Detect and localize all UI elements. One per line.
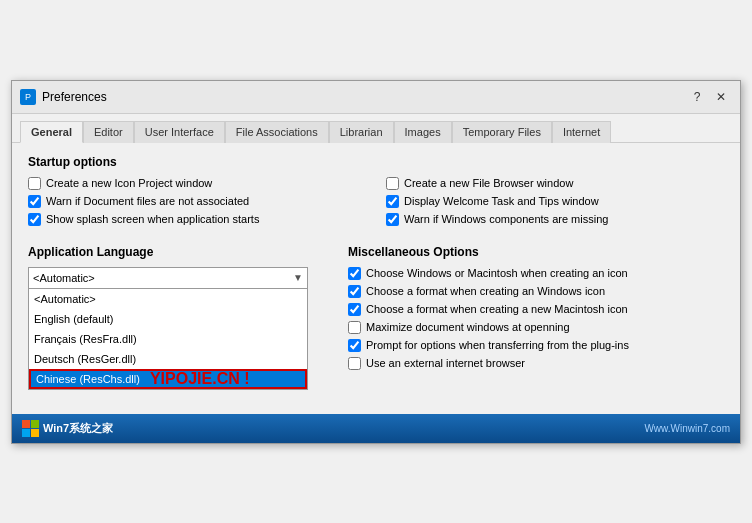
close-button[interactable]: ✕	[710, 87, 732, 107]
misc-col: Miscellaneous Options Choose Windows or …	[348, 245, 724, 375]
new-file-browser-label: Create a new File Browser window	[404, 177, 573, 189]
window-title: Preferences	[42, 90, 107, 104]
choose-format-mac-label: Choose a format when creating a new Maci…	[366, 303, 628, 315]
bottom-url: Www.Winwin7.com	[644, 423, 730, 434]
warn-windows-components-checkbox[interactable]	[386, 213, 399, 226]
new-file-browser-checkbox[interactable]	[386, 177, 399, 190]
prompt-options-label: Prompt for options when transferring fro…	[366, 339, 629, 351]
startup-right-option-2: Warn if Windows components are missing	[386, 213, 724, 226]
show-splash-label: Show splash screen when application star…	[46, 213, 259, 225]
tab-temporary-files[interactable]: Temporary Files	[452, 121, 552, 143]
tabs-bar: General Editor User Interface File Assoc…	[12, 114, 740, 143]
show-splash-checkbox[interactable]	[28, 213, 41, 226]
choose-win-mac-checkbox[interactable]	[348, 267, 361, 280]
external-browser-label: Use an external internet browser	[366, 357, 525, 369]
tab-file-associations[interactable]: File Associations	[225, 121, 329, 143]
misc-option-2: Choose a format when creating a new Maci…	[348, 303, 724, 316]
choose-win-mac-label: Choose Windows or Macintosh when creatin…	[366, 267, 628, 279]
tab-general[interactable]: General	[20, 121, 83, 143]
startup-option-2: Show splash screen when application star…	[28, 213, 366, 226]
new-icon-project-label: Create a new Icon Project window	[46, 177, 212, 189]
language-dropdown-list: <Automatic> English (default) Français (…	[28, 289, 308, 390]
tab-editor[interactable]: Editor	[83, 121, 134, 143]
startup-left-col: Create a new Icon Project window Warn if…	[28, 177, 366, 231]
language-selected-value: <Automatic>	[33, 272, 95, 284]
misc-option-0: Choose Windows or Macintosh when creatin…	[348, 267, 724, 280]
watermark-text: YIPOJIE.CN !	[150, 370, 250, 388]
app-icon: P	[20, 89, 36, 105]
win-cell-green	[31, 420, 39, 428]
new-icon-project-checkbox[interactable]	[28, 177, 41, 190]
language-dropdown-container: <Automatic> ▼ <Automatic> English (defau…	[28, 267, 328, 390]
misc-option-4: Prompt for options when transferring fro…	[348, 339, 724, 352]
tab-images[interactable]: Images	[394, 121, 452, 143]
misc-option-1: Choose a format when creating an Windows…	[348, 285, 724, 298]
warn-doc-files-label: Warn if Document files are not associate…	[46, 195, 249, 207]
win-cell-yellow	[31, 429, 39, 437]
lang-option-3[interactable]: Deutsch (ResGer.dll)	[29, 349, 307, 369]
startup-title: Startup options	[28, 155, 724, 169]
help-button[interactable]: ?	[686, 87, 708, 107]
misc-title: Miscellaneous Options	[348, 245, 724, 259]
language-dropdown[interactable]: <Automatic> ▼	[28, 267, 308, 289]
startup-option-0: Create a new Icon Project window	[28, 177, 366, 190]
maximize-doc-checkbox[interactable]	[348, 321, 361, 334]
choose-format-win-label: Choose a format when creating an Windows…	[366, 285, 605, 297]
title-bar-buttons: ? ✕	[686, 87, 732, 107]
choose-format-win-checkbox[interactable]	[348, 285, 361, 298]
language-col: Application Language <Automatic> ▼ <Auto…	[28, 245, 328, 394]
maximize-doc-label: Maximize document windows at openning	[366, 321, 570, 333]
prompt-options-checkbox[interactable]	[348, 339, 361, 352]
startup-right-col: Create a new File Browser window Display…	[386, 177, 724, 231]
win-cell-blue	[22, 429, 30, 437]
tab-user-interface[interactable]: User Interface	[134, 121, 225, 143]
lang-option-1[interactable]: English (default)	[29, 309, 307, 329]
warn-windows-components-label: Warn if Windows components are missing	[404, 213, 608, 225]
site-label: Win7系统之家	[43, 421, 113, 436]
startup-options: Create a new Icon Project window Warn if…	[28, 177, 724, 231]
win-cell-red	[22, 420, 30, 428]
startup-right-option-1: Display Welcome Task and Tips window	[386, 195, 724, 208]
startup-section: Startup options Create a new Icon Projec…	[28, 155, 724, 231]
misc-option-3: Maximize document windows at openning	[348, 321, 724, 334]
language-title: Application Language	[28, 245, 328, 259]
content-area: Startup options Create a new Icon Projec…	[12, 143, 740, 406]
choose-format-mac-checkbox[interactable]	[348, 303, 361, 316]
title-bar: P Preferences ? ✕	[12, 81, 740, 114]
bottom-bar: Win7系统之家 Www.Winwin7.com	[12, 414, 740, 443]
external-browser-checkbox[interactable]	[348, 357, 361, 370]
tab-librarian[interactable]: Librarian	[329, 121, 394, 143]
warn-doc-files-checkbox[interactable]	[28, 195, 41, 208]
lang-option-0[interactable]: <Automatic>	[29, 289, 307, 309]
preferences-window: P Preferences ? ✕ General Editor User In…	[11, 80, 741, 444]
startup-option-1: Warn if Document files are not associate…	[28, 195, 366, 208]
tab-internet[interactable]: Internet	[552, 121, 611, 143]
language-misc-section: Application Language <Automatic> ▼ <Auto…	[28, 245, 724, 394]
windows-logo: Win7系统之家	[22, 420, 113, 437]
misc-option-5: Use an external internet browser	[348, 357, 724, 370]
display-welcome-label: Display Welcome Task and Tips window	[404, 195, 599, 207]
display-welcome-checkbox[interactable]	[386, 195, 399, 208]
title-bar-left: P Preferences	[20, 89, 107, 105]
lang-option-2[interactable]: Français (ResFra.dll)	[29, 329, 307, 349]
windows-grid-icon	[22, 420, 39, 437]
dropdown-arrow-icon: ▼	[293, 272, 303, 283]
startup-right-option-0: Create a new File Browser window	[386, 177, 724, 190]
lang-option-4[interactable]: Chinese (ResChs.dll) YIPOJIE.CN !	[29, 369, 307, 389]
